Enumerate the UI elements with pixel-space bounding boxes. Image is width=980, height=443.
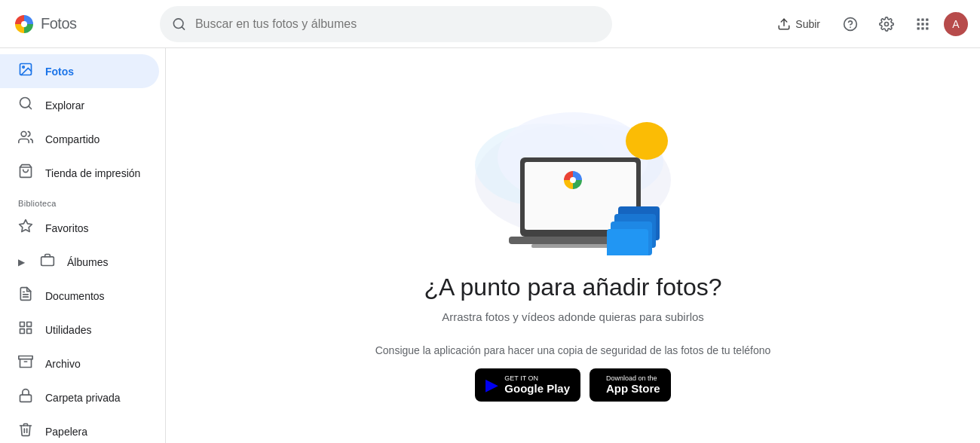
upload-button[interactable]: Subir [768, 11, 829, 37]
apps-button[interactable] [908, 9, 938, 39]
explorar-icon [18, 96, 33, 115]
svg-rect-11 [921, 23, 923, 25]
svg-marker-22 [20, 220, 32, 232]
sidebar-item-compartido[interactable]: Compartido [0, 122, 159, 156]
empty-illustration [452, 90, 694, 255]
svg-rect-9 [926, 18, 928, 20]
logo-icon [12, 12, 36, 36]
sidebar-item-papelera[interactable]: Papelera [0, 414, 159, 443]
grid-icon [915, 17, 930, 32]
logo-area: Fotos [12, 12, 148, 36]
play-badge-line1: GET IT ON [504, 374, 570, 383]
sidebar-label-explorar: Explorar [45, 99, 84, 112]
topbar: Fotos Subir [0, 0, 980, 48]
sidebar-label-favoritos: Favoritos [45, 222, 89, 234]
sidebar-item-favoritos[interactable]: Favoritos [0, 211, 159, 245]
appstore-badge-line2: App Store [606, 382, 660, 396]
svg-point-6 [885, 22, 889, 26]
svg-rect-8 [921, 18, 923, 20]
svg-rect-13 [917, 27, 920, 29]
sidebar-label-albumes: Álbumes [67, 256, 108, 268]
topbar-right: Subir A [768, 9, 968, 39]
sidebar-item-explorar[interactable]: Explorar [0, 88, 159, 122]
svg-point-0 [21, 21, 27, 27]
gear-icon [879, 17, 894, 32]
appstore-badge-line1: Download on the [606, 374, 660, 383]
upload-icon [777, 17, 791, 31]
tienda-icon [18, 163, 33, 182]
svg-rect-12 [926, 23, 928, 25]
svg-rect-28 [27, 329, 32, 334]
upload-label: Subir [795, 18, 820, 30]
help-button[interactable] [835, 9, 865, 39]
play-badge-line2: Google Play [504, 382, 570, 396]
app-badges: ▶ GET IT ON Google Play Download on the … [475, 368, 670, 402]
sidebar-item-carpeta[interactable]: Carpeta privada [0, 380, 159, 414]
svg-point-42 [570, 177, 576, 183]
content-area: ¿A punto para añadir fotos? Arrastra fot… [166, 48, 980, 443]
svg-rect-29 [20, 329, 25, 334]
utilidades-icon [18, 320, 33, 339]
favoritos-icon [18, 218, 33, 237]
main-subheading: Arrastra fotos y vídeos adonde quieras p… [442, 310, 704, 323]
help-icon [843, 17, 858, 32]
sidebar-label-compartido: Compartido [45, 133, 100, 145]
papelera-icon [18, 422, 33, 441]
appstore-badge-text: Download on the App Store [606, 374, 660, 396]
sidebar-label-papelera: Papelera [45, 426, 87, 438]
sidebar-section-biblioteca: Biblioteca [0, 190, 165, 211]
carpeta-icon [18, 388, 33, 407]
sidebar-item-archivo[interactable]: Archivo [0, 347, 159, 380]
sidebar-item-fotos[interactable]: Fotos [0, 54, 159, 88]
svg-rect-26 [20, 322, 25, 327]
svg-rect-14 [921, 27, 923, 29]
sidebar-label-tienda: Tienda de impresión [45, 167, 140, 179]
sidebar-label-documentos: Documentos [45, 290, 105, 302]
sidebar: Fotos Explorar Compartido [0, 48, 166, 443]
expand-icon: ▶ [18, 257, 25, 267]
svg-line-19 [29, 106, 32, 109]
svg-point-17 [23, 66, 24, 69]
play-badge-text: GET IT ON Google Play [504, 374, 570, 396]
avatar[interactable]: A [944, 12, 968, 36]
sidebar-item-utilidades[interactable]: Utilidades [0, 313, 159, 347]
sidebar-item-documentos[interactable]: Documentos [0, 279, 159, 313]
app-name: Fotos [41, 15, 77, 32]
svg-rect-46 [607, 229, 648, 255]
sidebar-label-fotos: Fotos [45, 66, 74, 78]
svg-line-2 [182, 26, 184, 29]
svg-rect-27 [27, 322, 32, 327]
svg-rect-23 [41, 257, 54, 266]
svg-rect-30 [19, 356, 32, 359]
search-bar[interactable] [160, 6, 612, 42]
svg-rect-15 [926, 27, 928, 29]
app-store-badge[interactable]: Download on the App Store [590, 368, 671, 402]
play-store-icon: ▶ [485, 375, 498, 395]
svg-point-37 [626, 122, 668, 160]
search-icon [172, 17, 186, 32]
compartido-icon [18, 130, 33, 148]
svg-rect-32 [20, 395, 32, 402]
svg-rect-10 [917, 23, 920, 25]
albumes-icon [40, 252, 55, 271]
app-cta-text: Consigue la aplicación para hacer una co… [375, 344, 771, 356]
sidebar-item-tienda[interactable]: Tienda de impresión [0, 156, 159, 190]
main-heading: ¿A punto para añadir fotos? [424, 273, 722, 301]
search-input[interactable] [195, 17, 600, 31]
svg-point-20 [21, 132, 26, 137]
settings-button[interactable] [871, 9, 902, 39]
main-layout: Fotos Explorar Compartido [0, 48, 980, 443]
sidebar-label-carpeta: Carpeta privada [45, 392, 121, 404]
svg-rect-7 [917, 18, 920, 20]
archivo-icon [18, 354, 33, 373]
sidebar-label-utilidades: Utilidades [45, 324, 91, 336]
documentos-icon [18, 286, 33, 305]
fotos-icon [18, 62, 33, 81]
sidebar-label-archivo: Archivo [45, 358, 81, 370]
google-play-badge[interactable]: ▶ GET IT ON Google Play [475, 368, 580, 402]
sidebar-item-albumes[interactable]: ▶ Álbumes [0, 245, 159, 279]
